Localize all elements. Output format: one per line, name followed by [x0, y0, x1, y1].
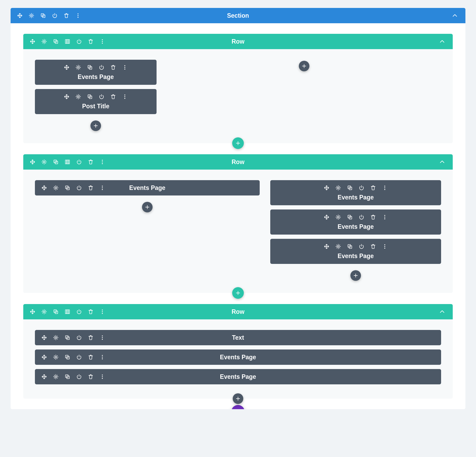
- more-icon[interactable]: [99, 309, 105, 315]
- gear-icon[interactable]: [53, 335, 59, 341]
- duplicate-icon[interactable]: [87, 64, 93, 70]
- trash-icon[interactable]: [88, 335, 94, 341]
- duplicate-icon[interactable]: [65, 185, 70, 191]
- duplicate-icon[interactable]: [65, 335, 70, 341]
- duplicate-icon[interactable]: [347, 244, 353, 249]
- move-icon[interactable]: [30, 159, 35, 165]
- columns-icon[interactable]: [65, 39, 70, 44]
- gear-icon[interactable]: [75, 64, 81, 70]
- builder-fab-button[interactable]: [231, 405, 245, 409]
- duplicate-icon[interactable]: [87, 94, 93, 100]
- add-row-button[interactable]: [232, 137, 244, 149]
- trash-icon[interactable]: [370, 214, 376, 220]
- move-icon[interactable]: [41, 335, 47, 341]
- gear-icon[interactable]: [53, 374, 59, 380]
- trash-icon[interactable]: [88, 354, 94, 360]
- collapse-icon[interactable]: [452, 12, 465, 19]
- trash-icon[interactable]: [88, 185, 94, 191]
- gear-icon[interactable]: [41, 159, 47, 165]
- row-body: Text Events Page: [23, 319, 453, 399]
- add-module-button[interactable]: [299, 61, 309, 71]
- trash-icon[interactable]: [88, 309, 94, 315]
- power-icon[interactable]: [359, 185, 364, 191]
- columns-icon[interactable]: [65, 309, 70, 315]
- gear-icon[interactable]: [335, 244, 341, 249]
- power-icon[interactable]: [76, 39, 82, 44]
- trash-icon[interactable]: [110, 94, 116, 100]
- move-icon[interactable]: [30, 39, 35, 44]
- more-icon[interactable]: [99, 374, 105, 380]
- gear-icon[interactable]: [335, 214, 341, 220]
- add-module-button[interactable]: [90, 120, 101, 131]
- duplicate-icon[interactable]: [347, 214, 353, 220]
- collapse-icon[interactable]: [439, 38, 453, 45]
- power-icon[interactable]: [76, 309, 82, 315]
- power-icon[interactable]: [359, 214, 364, 220]
- add-module-button[interactable]: [233, 393, 243, 404]
- collapse-icon[interactable]: [439, 159, 453, 165]
- duplicate-icon[interactable]: [53, 159, 59, 165]
- duplicate-icon[interactable]: [65, 354, 70, 360]
- power-icon[interactable]: [76, 354, 82, 360]
- more-icon[interactable]: [99, 185, 105, 191]
- move-icon[interactable]: [324, 185, 329, 191]
- gear-icon[interactable]: [29, 13, 34, 18]
- power-icon[interactable]: [52, 13, 58, 18]
- columns-icon[interactable]: [65, 159, 70, 165]
- collapse-icon[interactable]: [439, 309, 453, 315]
- more-icon[interactable]: [382, 244, 388, 249]
- more-icon[interactable]: [99, 159, 105, 165]
- gear-icon[interactable]: [53, 185, 59, 191]
- move-icon[interactable]: [324, 214, 329, 220]
- trash-icon[interactable]: [63, 13, 69, 18]
- duplicate-icon[interactable]: [347, 185, 353, 191]
- duplicate-icon[interactable]: [53, 309, 59, 315]
- power-icon[interactable]: [76, 185, 82, 191]
- trash-icon[interactable]: [370, 185, 376, 191]
- add-module-button[interactable]: [350, 270, 361, 281]
- move-icon[interactable]: [64, 64, 70, 70]
- power-icon[interactable]: [76, 159, 82, 165]
- column: Events Page Events Page: [270, 180, 441, 281]
- duplicate-icon[interactable]: [53, 39, 59, 44]
- move-icon[interactable]: [324, 244, 329, 249]
- gear-icon[interactable]: [53, 354, 59, 360]
- power-icon[interactable]: [99, 94, 104, 100]
- more-icon[interactable]: [99, 335, 105, 341]
- row-header: Row: [23, 154, 453, 170]
- column: Events Page: [35, 180, 260, 281]
- more-icon[interactable]: [122, 64, 128, 70]
- power-icon[interactable]: [76, 335, 82, 341]
- more-icon[interactable]: [382, 214, 388, 220]
- move-icon[interactable]: [41, 354, 47, 360]
- trash-icon[interactable]: [370, 244, 376, 249]
- more-icon[interactable]: [382, 185, 388, 191]
- gear-icon[interactable]: [75, 94, 81, 100]
- trash-icon[interactable]: [88, 374, 94, 380]
- duplicate-icon[interactable]: [65, 374, 70, 380]
- power-icon[interactable]: [76, 374, 82, 380]
- gear-icon[interactable]: [335, 185, 341, 191]
- more-icon[interactable]: [75, 13, 81, 18]
- move-icon[interactable]: [41, 374, 47, 380]
- move-icon[interactable]: [30, 309, 35, 315]
- power-icon[interactable]: [359, 244, 364, 249]
- column: Events Page Post Title: [35, 60, 157, 131]
- more-icon[interactable]: [99, 354, 105, 360]
- move-icon[interactable]: [64, 94, 70, 100]
- add-row-button[interactable]: [232, 287, 244, 299]
- move-icon[interactable]: [17, 13, 23, 18]
- power-icon[interactable]: [99, 64, 104, 70]
- add-module-button[interactable]: [142, 202, 153, 212]
- module: Events Page: [35, 180, 260, 195]
- duplicate-icon[interactable]: [40, 13, 46, 18]
- trash-icon[interactable]: [110, 64, 116, 70]
- more-icon[interactable]: [122, 94, 128, 100]
- gear-icon[interactable]: [41, 39, 47, 44]
- trash-icon[interactable]: [88, 159, 94, 165]
- move-icon[interactable]: [41, 185, 47, 191]
- trash-icon[interactable]: [88, 39, 94, 44]
- more-icon[interactable]: [99, 39, 105, 44]
- section-header: Section: [11, 8, 465, 23]
- gear-icon[interactable]: [41, 309, 47, 315]
